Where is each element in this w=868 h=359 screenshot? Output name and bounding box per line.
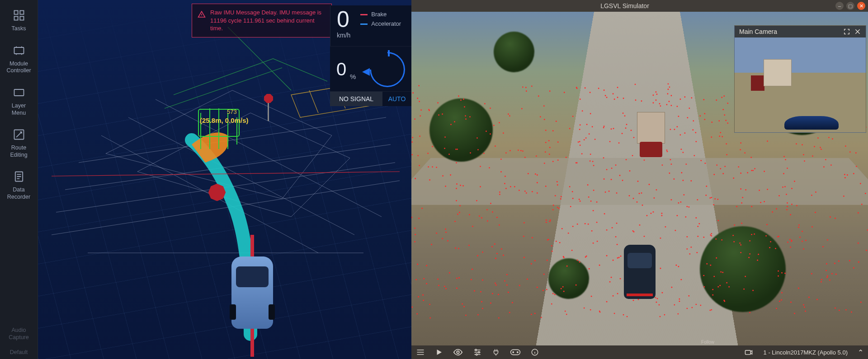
dreamview-3d-view[interactable]: 573 (25.8m, 0.0m/s) Raw IMU Message Dela… (38, 0, 411, 359)
svg-point-195 (449, 272, 450, 274)
chevron-up-icon[interactable]: ⌃ (858, 348, 863, 357)
svg-point-188 (722, 136, 723, 137)
svg-point-39 (463, 306, 465, 308)
svg-point-89 (545, 130, 547, 131)
simulator-3d-view[interactable]: Main Camera Follow (411, 12, 868, 345)
svg-point-678 (796, 143, 797, 145)
svg-point-383 (418, 296, 419, 298)
svg-point-693 (487, 220, 488, 222)
svg-point-358 (456, 278, 458, 279)
obstacle-distance-label: (25.8m, 0.0m/s) (200, 117, 249, 124)
camera-icon[interactable] (744, 348, 754, 357)
svg-point-333 (506, 284, 508, 286)
sidebar-item-data-recorder[interactable]: Data Recorder (0, 164, 38, 206)
sidebar-item-default[interactable]: Default (0, 346, 38, 359)
svg-point-741 (740, 149, 741, 150)
dashboard-panel: 0 km/h Brake Accelerator 0 % ◀ NO (330, 5, 411, 106)
svg-point-609 (509, 150, 511, 151)
tree (700, 226, 786, 312)
fullscreen-icon[interactable] (843, 28, 850, 35)
svg-point-690 (445, 232, 447, 233)
svg-point-175 (722, 109, 724, 110)
recorder-icon (13, 170, 25, 183)
svg-point-504 (835, 274, 837, 275)
svg-point-287 (830, 216, 831, 218)
svg-point-531 (545, 151, 546, 153)
sidebar-label: Tasks (12, 25, 26, 33)
close-icon[interactable] (854, 28, 861, 35)
svg-point-214 (415, 279, 417, 280)
window-minimize-button[interactable]: – (835, 2, 844, 10)
svg-point-55 (423, 300, 424, 301)
svg-point-694 (828, 137, 830, 138)
svg-point-285 (557, 207, 558, 208)
svg-point-544 (826, 263, 827, 265)
svg-rect-10 (268, 103, 269, 121)
main-camera-pip[interactable]: Main Camera (734, 25, 866, 133)
svg-point-611 (821, 279, 822, 280)
svg-point-668 (736, 206, 737, 207)
svg-point-502 (418, 218, 420, 219)
sidebar-item-layer-menu[interactable]: Layer Menu (0, 80, 38, 122)
svg-point-251 (459, 212, 460, 213)
speed-unit: km/h (337, 32, 350, 39)
svg-point-156 (552, 130, 554, 131)
info-icon[interactable] (531, 348, 539, 356)
svg-point-448 (711, 121, 712, 123)
svg-point-341 (462, 303, 463, 305)
svg-point-76 (494, 243, 495, 245)
eye-icon[interactable] (453, 347, 463, 357)
svg-point-182 (426, 265, 427, 266)
svg-rect-3 (20, 16, 24, 20)
svg-point-756 (476, 354, 477, 355)
svg-point-574 (428, 109, 429, 110)
menu-icon[interactable] (416, 348, 425, 357)
svg-point-477 (411, 307, 413, 308)
svg-point-29 (552, 209, 554, 210)
svg-point-718 (520, 150, 522, 151)
pip-label: Main Camera (739, 28, 777, 35)
svg-point-507 (523, 236, 524, 237)
svg-point-711 (827, 239, 828, 241)
svg-point-430 (415, 234, 416, 235)
play-icon[interactable] (435, 348, 443, 356)
vehicle-selector[interactable]: 1 - Lincoln2017MKZ (Apollo 5.0) (764, 349, 848, 356)
svg-point-408 (744, 152, 745, 154)
sidebar-item-route-editing[interactable]: Route Editing (0, 122, 38, 164)
svg-point-392 (734, 224, 735, 226)
sidebar-item-module-controller[interactable]: Module Controller (0, 38, 38, 80)
svg-point-735 (776, 208, 777, 210)
svg-point-723 (548, 239, 549, 240)
svg-point-86 (564, 92, 565, 93)
window-maximize-button[interactable]: ▢ (846, 2, 854, 10)
controller-icon[interactable] (510, 349, 521, 356)
svg-point-755 (478, 351, 480, 353)
svg-point-375 (858, 261, 859, 263)
svg-point-213 (442, 238, 443, 239)
svg-point-721 (426, 283, 427, 284)
svg-point-425 (499, 224, 500, 226)
svg-rect-1 (20, 11, 24, 14)
svg-point-563 (799, 237, 801, 238)
sliders-icon[interactable] (473, 348, 482, 357)
warning-icon (198, 10, 206, 19)
svg-point-521 (803, 304, 804, 306)
sidebar-item-audio-capture[interactable]: Audio Capture (0, 321, 38, 346)
svg-point-701 (431, 244, 432, 245)
svg-point-233 (811, 226, 813, 228)
plug-icon[interactable] (492, 348, 500, 357)
follow-label: Follow (701, 340, 714, 345)
window-close-button[interactable]: ✕ (857, 2, 865, 10)
svg-point-645 (503, 132, 504, 134)
svg-point-524 (814, 146, 815, 147)
svg-point-420 (437, 279, 439, 280)
svg-point-277 (821, 149, 822, 150)
svg-point-709 (766, 224, 768, 225)
auto-mode-button[interactable]: AUTO (382, 92, 411, 106)
svg-point-440 (699, 115, 701, 117)
sidebar-item-tasks[interactable]: Tasks (0, 3, 38, 38)
svg-point-629 (802, 144, 803, 145)
svg-point-736 (776, 308, 777, 309)
svg-point-45 (423, 278, 425, 280)
signal-status[interactable]: NO SIGNAL (330, 92, 382, 106)
